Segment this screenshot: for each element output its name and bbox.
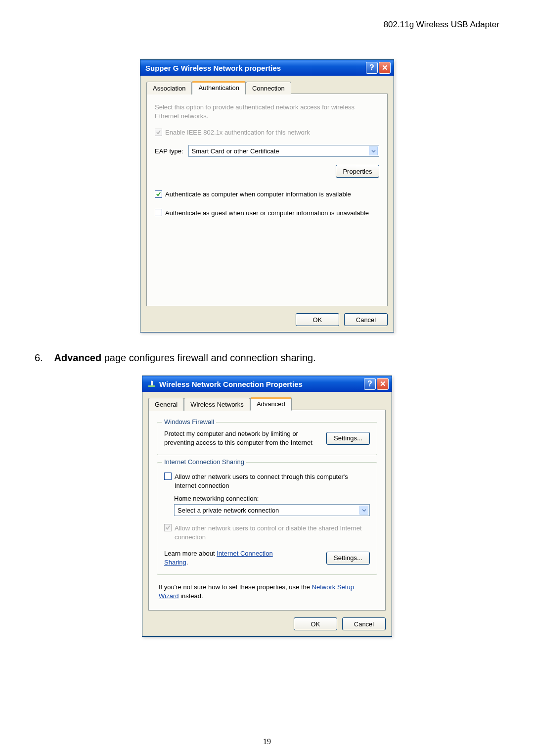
page-header: 802.11g Wireless USB Adapter bbox=[384, 20, 499, 30]
fieldset-windows-firewall: Windows Firewall Protect my computer and… bbox=[157, 422, 377, 455]
wireless-icon bbox=[147, 379, 156, 388]
tab-panel: Windows Firewall Protect my computer and… bbox=[148, 410, 386, 611]
checkbox-enable-8021x[interactable]: Enable IEEE 802.1x authentication for th… bbox=[155, 129, 379, 136]
checkbox-label: Allow other network users to connect thr… bbox=[175, 472, 370, 490]
eap-type-label: EAP type: bbox=[155, 147, 183, 155]
checkbox-label: Enable IEEE 802.1x authentication for th… bbox=[165, 129, 310, 136]
checkbox-box bbox=[155, 190, 162, 198]
firewall-text: Protect my computer and network by limit… bbox=[164, 429, 320, 447]
dialog-authentication: Supper G Wireless Network properties ? ✕… bbox=[140, 59, 394, 332]
tab-strip: General Wireless Networks Advanced bbox=[148, 397, 386, 410]
intro-text: Select this option to provide authentica… bbox=[155, 103, 379, 121]
tab-authentication[interactable]: Authentication bbox=[192, 81, 245, 94]
checkbox-box bbox=[164, 472, 172, 480]
step-6-text: 6. Advanced page configures firewall and… bbox=[35, 352, 534, 364]
checkbox-label: Authenticate as guest when user or compu… bbox=[165, 209, 369, 218]
checkbox-auth-as-guest[interactable]: Authenticate as guest when user or compu… bbox=[155, 209, 379, 218]
dialog-title: Wireless Network Connection Properties bbox=[159, 380, 363, 388]
combo-value: Select a private network connection bbox=[178, 507, 279, 514]
close-button[interactable]: ✕ bbox=[377, 378, 389, 390]
help-button[interactable]: ? bbox=[366, 62, 378, 74]
chevron-down-icon bbox=[369, 146, 378, 155]
tab-connection[interactable]: Connection bbox=[246, 82, 291, 94]
tab-advanced[interactable]: Advanced bbox=[250, 397, 292, 411]
titlebar: Supper G Wireless Network properties ? ✕ bbox=[140, 60, 394, 76]
tab-general[interactable]: General bbox=[148, 398, 184, 411]
link-internet-connection[interactable]: Internet Connection bbox=[217, 550, 272, 557]
ok-button[interactable]: OK bbox=[294, 617, 337, 630]
checkbox-auth-as-computer[interactable]: Authenticate as computer when computer i… bbox=[155, 190, 379, 198]
page-number: 19 bbox=[263, 737, 271, 746]
tab-panel: Select this option to provide authentica… bbox=[146, 94, 388, 306]
chevron-down-icon bbox=[359, 506, 368, 515]
tab-wireless-networks[interactable]: Wireless Networks bbox=[184, 398, 250, 411]
footer-note: If you're not sure how to set these prop… bbox=[159, 583, 375, 600]
link-sharing[interactable]: Sharing bbox=[164, 559, 186, 566]
step-rest: page configures firewall and connection … bbox=[101, 352, 316, 363]
eap-type-combo[interactable]: Smart Card or other Certificate bbox=[188, 145, 379, 157]
checkbox-box bbox=[155, 209, 162, 216]
checkbox-label: Allow other network users to control or … bbox=[175, 524, 370, 541]
step-boldword: Advanced bbox=[54, 352, 102, 363]
checkbox-box bbox=[155, 129, 162, 136]
cancel-button[interactable]: Cancel bbox=[342, 617, 386, 630]
fieldset-legend: Internet Connection Sharing bbox=[162, 458, 246, 466]
fieldset-legend: Windows Firewall bbox=[162, 418, 216, 425]
checkbox-allow-control[interactable]: Allow other network users to control or … bbox=[164, 524, 370, 541]
fieldset-ics: Internet Connection Sharing Allow other … bbox=[157, 462, 377, 575]
help-button[interactable]: ? bbox=[364, 378, 376, 390]
checkbox-box bbox=[164, 524, 172, 531]
svg-rect-0 bbox=[148, 385, 155, 387]
home-networking-combo[interactable]: Select a private network connection bbox=[174, 504, 370, 516]
close-button[interactable]: ✕ bbox=[379, 62, 391, 74]
tab-association[interactable]: Association bbox=[146, 82, 192, 94]
properties-button[interactable]: Properties bbox=[336, 165, 379, 178]
combo-value: Smart Card or other Certificate bbox=[192, 147, 279, 155]
tab-strip: Association Authentication Connection bbox=[146, 81, 388, 94]
checkbox-allow-connect[interactable]: Allow other network users to connect thr… bbox=[164, 472, 370, 490]
cancel-button[interactable]: Cancel bbox=[344, 313, 388, 326]
ics-settings-button[interactable]: Settings... bbox=[326, 552, 370, 565]
firewall-settings-button[interactable]: Settings... bbox=[326, 432, 370, 445]
learn-more-text: Learn more about Internet Connection Sha… bbox=[164, 549, 320, 567]
dialog-connection-properties: Wireless Network Connection Properties ?… bbox=[142, 376, 392, 637]
ok-button[interactable]: OK bbox=[296, 313, 339, 326]
titlebar: Wireless Network Connection Properties ?… bbox=[142, 376, 392, 392]
dialog-title: Supper G Wireless Network properties bbox=[145, 64, 365, 72]
checkbox-label: Authenticate as computer when computer i… bbox=[165, 190, 351, 198]
step-number: 6. bbox=[35, 352, 51, 364]
home-networking-label: Home networking connection: bbox=[174, 495, 370, 502]
